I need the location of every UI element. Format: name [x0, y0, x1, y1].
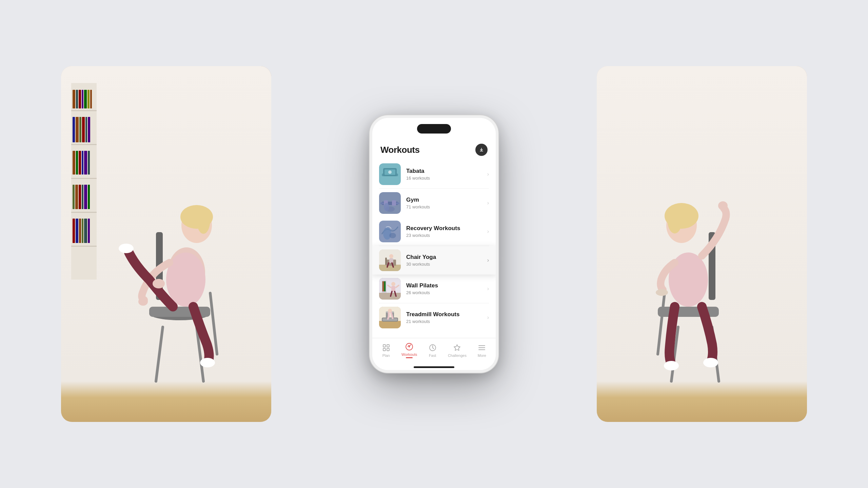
- workout-count-tabata: 16 workouts: [406, 176, 487, 181]
- workout-name-chair-yoga: Chair Yoga: [406, 254, 487, 261]
- svg-rect-76: [387, 345, 389, 347]
- nav-label-fast: Fast: [429, 353, 436, 358]
- svg-point-80: [409, 346, 410, 347]
- nav-item-fast[interactable]: Fast: [422, 341, 443, 360]
- chevron-recovery: ›: [487, 228, 489, 235]
- home-indicator: [414, 366, 454, 368]
- nav-label-challenges: Challenges: [448, 353, 467, 358]
- svg-point-43: [383, 227, 391, 240]
- svg-point-23: [667, 205, 682, 233]
- person-right: [604, 164, 773, 395]
- workouts-icon: [405, 342, 414, 351]
- workout-item-treadmill[interactable]: Treadmill Workouts 21 workouts ›: [372, 303, 496, 332]
- nav-item-plan[interactable]: Plan: [376, 341, 396, 360]
- svg-point-24: [718, 201, 728, 210]
- workout-info-tabata: Tabata 16 workouts: [406, 168, 487, 181]
- chevron-gym: ›: [487, 200, 489, 206]
- svg-point-44: [389, 233, 396, 238]
- nav-item-challenges[interactable]: Challenges: [445, 341, 470, 360]
- workout-count-chair-yoga: 30 workouts: [406, 262, 487, 267]
- thumb-treadmill: [379, 307, 401, 328]
- svg-point-26: [664, 361, 679, 370]
- phone: Workouts: [370, 115, 498, 373]
- thumb-tabata: [379, 163, 401, 185]
- svg-rect-78: [387, 348, 389, 351]
- svg-line-0: [156, 327, 163, 381]
- workout-info-chair-yoga: Chair Yoga 30 workouts: [406, 254, 487, 267]
- chevron-chair-yoga: ›: [487, 257, 489, 263]
- svg-point-25: [656, 289, 668, 296]
- nav-item-more[interactable]: More: [472, 341, 492, 360]
- workout-item-recovery[interactable]: Recovery Workouts 23 workouts ›: [372, 217, 496, 246]
- bottom-nav: Plan Workouts: [372, 338, 496, 365]
- svg-point-50: [389, 254, 393, 258]
- svg-point-9: [197, 207, 210, 234]
- workout-name-gym: Gym: [406, 197, 487, 203]
- svg-point-12: [119, 244, 134, 253]
- workout-count-gym: 71 workouts: [406, 204, 487, 209]
- workout-info-recovery: Recovery Workouts 23 workouts: [406, 225, 487, 238]
- svg-point-33: [388, 170, 392, 174]
- challenges-icon: [453, 343, 461, 352]
- workout-name-recovery: Recovery Workouts: [406, 225, 487, 232]
- svg-rect-58: [382, 281, 384, 291]
- svg-line-17: [658, 293, 665, 354]
- workout-name-wall-pilates: Wall Pilates: [406, 282, 487, 289]
- svg-rect-49: [385, 258, 387, 265]
- svg-rect-68: [379, 321, 401, 328]
- active-indicator: [406, 357, 413, 358]
- workout-count-recovery: 23 workouts: [406, 233, 487, 238]
- svg-rect-37: [396, 202, 399, 204]
- svg-rect-19: [658, 307, 719, 317]
- svg-rect-75: [383, 345, 386, 347]
- svg-rect-77: [383, 348, 386, 351]
- svg-rect-59: [384, 281, 386, 291]
- nav-label-plan: Plan: [382, 353, 390, 358]
- more-icon: [477, 343, 486, 352]
- svg-point-41: [384, 203, 389, 211]
- fast-icon: [428, 343, 437, 352]
- svg-point-60: [391, 282, 395, 286]
- svg-point-14: [153, 279, 165, 288]
- workout-item-wall-pilates[interactable]: Wall Pilates 26 workouts ›: [372, 274, 496, 303]
- workout-info-wall-pilates: Wall Pilates 26 workouts: [406, 282, 487, 295]
- scene: Workouts: [61, 41, 807, 447]
- svg-rect-39: [392, 200, 396, 206]
- nav-item-workouts[interactable]: Workouts: [398, 340, 420, 360]
- thumb-recovery: [379, 221, 401, 242]
- workout-list: Tabata 16 workouts ›: [372, 159, 496, 338]
- svg-rect-70: [382, 318, 397, 321]
- chevron-tabata: ›: [487, 171, 489, 177]
- workout-name-tabata: Tabata: [406, 168, 487, 175]
- svg-rect-51: [389, 258, 393, 263]
- workout-info-treadmill: Treadmill Workouts 21 workouts: [406, 311, 487, 324]
- nav-label-more: More: [478, 353, 486, 358]
- svg-point-27: [703, 358, 718, 367]
- workout-info-gym: Gym 71 workouts: [406, 197, 487, 209]
- workout-item-gym[interactable]: Gym 71 workouts ›: [372, 189, 496, 217]
- plan-icon: [382, 343, 391, 352]
- app-header: Workouts: [372, 138, 496, 159]
- page-title: Workouts: [380, 145, 419, 155]
- nav-label-workouts: Workouts: [401, 352, 417, 357]
- workout-item-tabata[interactable]: Tabata 16 workouts ›: [372, 160, 496, 188]
- bookshelf: [71, 83, 97, 280]
- svg-rect-61: [391, 286, 395, 291]
- svg-rect-36: [380, 202, 384, 204]
- chevron-treadmill: ›: [487, 314, 489, 321]
- right-photo-panel: [597, 66, 807, 422]
- thumb-gym: [379, 192, 401, 214]
- workout-item-chair-yoga[interactable]: Chair Yoga 30 workouts ›: [372, 246, 496, 274]
- person-left: [102, 164, 264, 395]
- chevron-wall-pilates: ›: [487, 286, 489, 292]
- workout-count-treadmill: 21 workouts: [406, 319, 487, 324]
- workout-count-wall-pilates: 26 workouts: [406, 290, 487, 295]
- thumb-chair-yoga: [379, 249, 401, 271]
- workout-name-treadmill: Treadmill Workouts: [406, 311, 487, 318]
- svg-point-11: [138, 298, 148, 306]
- download-icon[interactable]: [475, 144, 488, 156]
- thumb-wall-pilates: [379, 278, 401, 300]
- left-photo-panel: [61, 66, 271, 422]
- svg-point-13: [200, 358, 215, 367]
- dynamic-island: [417, 124, 451, 134]
